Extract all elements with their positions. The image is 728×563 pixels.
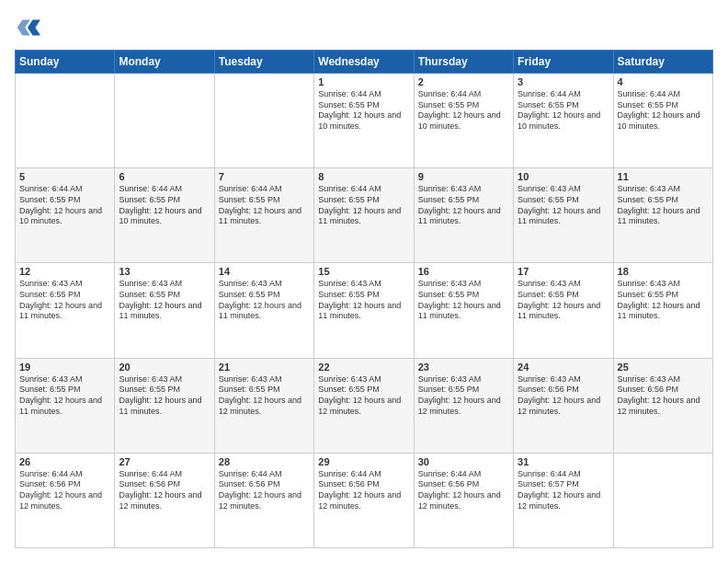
weekday-header-wednesday: Wednesday	[314, 51, 414, 74]
day-info: Sunrise: 6:44 AM Sunset: 6:56 PM Dayligh…	[119, 469, 210, 512]
day-cell: 5Sunrise: 6:44 AM Sunset: 6:55 PM Daylig…	[16, 168, 115, 263]
day-number: 23	[418, 362, 509, 373]
day-cell: 1Sunrise: 6:44 AM Sunset: 6:55 PM Daylig…	[314, 74, 414, 168]
day-number: 10	[518, 171, 609, 182]
logo	[15, 15, 44, 40]
day-cell: 8Sunrise: 6:44 AM Sunset: 6:55 PM Daylig…	[314, 168, 414, 263]
page: SundayMondayTuesdayWednesdayThursdayFrid…	[0, 0, 728, 563]
day-info: Sunrise: 6:43 AM Sunset: 6:55 PM Dayligh…	[618, 279, 709, 322]
weekday-header-row: SundayMondayTuesdayWednesdayThursdayFrid…	[16, 51, 713, 74]
day-number: 3	[518, 76, 609, 87]
day-info: Sunrise: 6:43 AM Sunset: 6:55 PM Dayligh…	[518, 184, 609, 227]
day-cell: 16Sunrise: 6:43 AM Sunset: 6:55 PM Dayli…	[414, 263, 513, 358]
day-info: Sunrise: 6:43 AM Sunset: 6:55 PM Dayligh…	[418, 184, 509, 227]
day-info: Sunrise: 6:43 AM Sunset: 6:55 PM Dayligh…	[219, 374, 310, 418]
header	[15, 15, 713, 40]
calendar-table: SundayMondayTuesdayWednesdayThursdayFrid…	[15, 50, 713, 548]
day-number: 6	[119, 171, 210, 182]
day-info: Sunrise: 6:43 AM Sunset: 6:55 PM Dayligh…	[19, 374, 110, 418]
day-number: 12	[19, 266, 110, 277]
day-number: 25	[618, 362, 709, 373]
day-number: 13	[119, 266, 210, 277]
day-info: Sunrise: 6:44 AM Sunset: 6:56 PM Dayligh…	[318, 469, 409, 512]
day-number: 21	[219, 362, 310, 373]
day-number: 14	[219, 266, 310, 277]
day-info: Sunrise: 6:43 AM Sunset: 6:55 PM Dayligh…	[318, 374, 409, 418]
day-cell: 4Sunrise: 6:44 AM Sunset: 6:55 PM Daylig…	[613, 74, 712, 168]
day-number: 15	[318, 266, 409, 277]
day-info: Sunrise: 6:43 AM Sunset: 6:55 PM Dayligh…	[119, 279, 210, 322]
day-number: 2	[418, 76, 509, 87]
day-number: 19	[19, 362, 110, 373]
day-cell: 23Sunrise: 6:43 AM Sunset: 6:55 PM Dayli…	[414, 358, 513, 453]
day-info: Sunrise: 6:43 AM Sunset: 6:55 PM Dayligh…	[219, 279, 310, 322]
day-info: Sunrise: 6:43 AM Sunset: 6:55 PM Dayligh…	[418, 374, 509, 418]
day-info: Sunrise: 6:44 AM Sunset: 6:55 PM Dayligh…	[318, 89, 409, 132]
day-info: Sunrise: 6:43 AM Sunset: 6:56 PM Dayligh…	[618, 374, 709, 418]
day-info: Sunrise: 6:43 AM Sunset: 6:56 PM Dayligh…	[518, 374, 609, 418]
day-cell: 10Sunrise: 6:43 AM Sunset: 6:55 PM Dayli…	[514, 168, 613, 263]
day-cell: 25Sunrise: 6:43 AM Sunset: 6:56 PM Dayli…	[613, 358, 712, 453]
day-info: Sunrise: 6:44 AM Sunset: 6:56 PM Dayligh…	[219, 469, 310, 512]
day-number: 29	[318, 456, 409, 467]
day-number: 17	[518, 266, 609, 277]
day-cell: 29Sunrise: 6:44 AM Sunset: 6:56 PM Dayli…	[314, 453, 414, 547]
day-cell: 21Sunrise: 6:43 AM Sunset: 6:55 PM Dayli…	[214, 358, 313, 453]
svg-marker-0	[28, 20, 40, 36]
day-info: Sunrise: 6:43 AM Sunset: 6:55 PM Dayligh…	[19, 279, 110, 322]
day-info: Sunrise: 6:44 AM Sunset: 6:55 PM Dayligh…	[518, 89, 609, 132]
day-cell: 6Sunrise: 6:44 AM Sunset: 6:55 PM Daylig…	[115, 168, 214, 263]
day-info: Sunrise: 6:43 AM Sunset: 6:55 PM Dayligh…	[618, 184, 709, 227]
day-number: 20	[119, 362, 210, 373]
week-row-3: 12Sunrise: 6:43 AM Sunset: 6:55 PM Dayli…	[16, 263, 713, 358]
day-cell	[613, 453, 712, 547]
day-number: 8	[318, 171, 409, 182]
day-number: 28	[219, 456, 310, 467]
day-number: 26	[19, 456, 110, 467]
day-info: Sunrise: 6:44 AM Sunset: 6:56 PM Dayligh…	[19, 469, 110, 512]
day-cell: 20Sunrise: 6:43 AM Sunset: 6:55 PM Dayli…	[115, 358, 214, 453]
day-cell: 17Sunrise: 6:43 AM Sunset: 6:55 PM Dayli…	[514, 263, 613, 358]
day-cell: 14Sunrise: 6:43 AM Sunset: 6:55 PM Dayli…	[214, 263, 313, 358]
day-number: 11	[618, 171, 709, 182]
day-number: 4	[618, 76, 709, 87]
day-cell: 18Sunrise: 6:43 AM Sunset: 6:55 PM Dayli…	[613, 263, 712, 358]
day-info: Sunrise: 6:44 AM Sunset: 6:57 PM Dayligh…	[518, 469, 609, 512]
day-cell: 9Sunrise: 6:43 AM Sunset: 6:55 PM Daylig…	[414, 168, 513, 263]
day-cell: 30Sunrise: 6:44 AM Sunset: 6:56 PM Dayli…	[414, 453, 513, 547]
week-row-1: 1Sunrise: 6:44 AM Sunset: 6:55 PM Daylig…	[16, 74, 713, 168]
day-number: 31	[518, 456, 609, 467]
day-cell	[115, 74, 214, 168]
day-cell: 28Sunrise: 6:44 AM Sunset: 6:56 PM Dayli…	[214, 453, 313, 547]
day-info: Sunrise: 6:43 AM Sunset: 6:55 PM Dayligh…	[119, 374, 210, 418]
day-number: 18	[618, 266, 709, 277]
day-info: Sunrise: 6:44 AM Sunset: 6:55 PM Dayligh…	[418, 89, 509, 132]
week-row-2: 5Sunrise: 6:44 AM Sunset: 6:55 PM Daylig…	[16, 168, 713, 263]
day-info: Sunrise: 6:44 AM Sunset: 6:55 PM Dayligh…	[618, 89, 709, 132]
logo-icon	[15, 15, 40, 40]
day-cell: 26Sunrise: 6:44 AM Sunset: 6:56 PM Dayli…	[16, 453, 115, 547]
day-cell: 31Sunrise: 6:44 AM Sunset: 6:57 PM Dayli…	[514, 453, 613, 547]
day-cell: 12Sunrise: 6:43 AM Sunset: 6:55 PM Dayli…	[16, 263, 115, 358]
day-number: 1	[318, 76, 409, 87]
day-info: Sunrise: 6:44 AM Sunset: 6:55 PM Dayligh…	[119, 184, 210, 227]
day-cell: 22Sunrise: 6:43 AM Sunset: 6:55 PM Dayli…	[314, 358, 414, 453]
day-info: Sunrise: 6:44 AM Sunset: 6:55 PM Dayligh…	[19, 184, 110, 227]
day-number: 30	[418, 456, 509, 467]
day-cell	[214, 74, 313, 168]
day-info: Sunrise: 6:43 AM Sunset: 6:55 PM Dayligh…	[318, 279, 409, 322]
weekday-header-tuesday: Tuesday	[214, 51, 313, 74]
day-number: 9	[418, 171, 509, 182]
week-row-4: 19Sunrise: 6:43 AM Sunset: 6:55 PM Dayli…	[16, 358, 713, 453]
weekday-header-monday: Monday	[115, 51, 214, 74]
weekday-header-sunday: Sunday	[16, 51, 115, 74]
day-info: Sunrise: 6:43 AM Sunset: 6:55 PM Dayligh…	[518, 279, 609, 322]
day-cell: 11Sunrise: 6:43 AM Sunset: 6:55 PM Dayli…	[613, 168, 712, 263]
day-number: 22	[318, 362, 409, 373]
day-cell	[16, 74, 115, 168]
day-cell: 24Sunrise: 6:43 AM Sunset: 6:56 PM Dayli…	[514, 358, 613, 453]
day-number: 7	[219, 171, 310, 182]
day-cell: 13Sunrise: 6:43 AM Sunset: 6:55 PM Dayli…	[115, 263, 214, 358]
day-number: 5	[19, 171, 110, 182]
day-cell: 27Sunrise: 6:44 AM Sunset: 6:56 PM Dayli…	[115, 453, 214, 547]
